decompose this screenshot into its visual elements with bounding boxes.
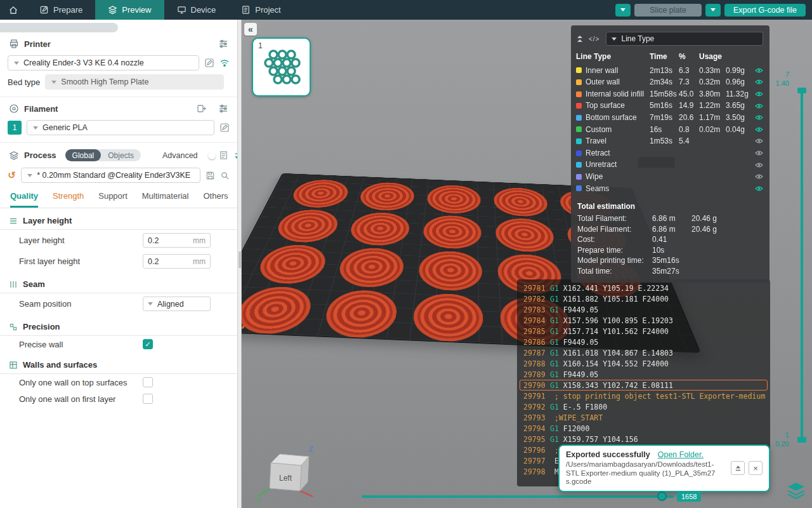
legend-row[interactable]: Seams xyxy=(571,183,769,195)
gcode-line[interactable]: 29785 G1 X157.714 Y101.562 F24000 xyxy=(520,326,768,337)
gcode-line[interactable]: 29793 ;WIPE_START xyxy=(520,412,768,423)
orientation-gizmo[interactable]: Left Y Z xyxy=(254,441,318,507)
legend-row[interactable]: Travel 1m53s 5.4 xyxy=(571,135,769,147)
search-preset-icon[interactable] xyxy=(220,171,230,180)
precise-wall-checkbox[interactable] xyxy=(143,339,153,349)
collapse-panel-icon[interactable] xyxy=(577,36,582,42)
visibility-eye-icon[interactable] xyxy=(755,150,764,156)
tab-multimaterial[interactable]: Multimaterial xyxy=(142,191,189,208)
wall-option-checkbox[interactable] xyxy=(143,394,153,404)
seam-position-dropdown[interactable]: Aligned xyxy=(143,297,211,311)
slice-dropdown-button[interactable] xyxy=(615,4,631,17)
visibility-eye-icon[interactable] xyxy=(755,67,764,74)
gcode-line[interactable]: 29786 G1 F9449.05 xyxy=(520,337,768,347)
legend-row[interactable]: Outer wall 2m34s 7.3 0.32m 0.96g xyxy=(571,76,769,88)
total-label: Prepare time: xyxy=(577,245,652,256)
chevron-down-icon xyxy=(51,81,56,84)
tab-others[interactable]: Others xyxy=(203,191,228,208)
wifi-icon[interactable] xyxy=(219,58,230,67)
gcode-line[interactable]: 29789 G1 F9449.05 xyxy=(520,369,768,380)
legend-row[interactable]: Internal solid infill 15m58s 45.0 3.80m … xyxy=(571,88,769,100)
legend-row[interactable]: Top surface 5m16s 14.9 1.22m 3.65g xyxy=(571,100,769,112)
gcode-line[interactable]: 29795 G1 X159.757 Y104.156 xyxy=(520,434,768,444)
open-folder-link[interactable]: Open Folder. xyxy=(658,450,704,459)
gcode-line[interactable]: 29781 G1 X162.441 Y105.19 E.22234 xyxy=(520,283,768,293)
tab-project[interactable]: Project xyxy=(228,0,293,20)
lay er-slider-upper-handle[interactable] xyxy=(797,88,806,93)
tab-support[interactable]: Support xyxy=(98,191,128,208)
gcode-view-icon[interactable]: </> xyxy=(589,36,599,43)
wall-option-checkbox[interactable] xyxy=(143,377,153,387)
segment-objects[interactable]: Objects xyxy=(101,151,141,160)
save-preset-icon[interactable] xyxy=(206,171,215,180)
visibility-eye-icon[interactable] xyxy=(755,79,764,85)
tab-device[interactable]: Device xyxy=(164,0,229,20)
tab-prepare[interactable]: Prepare xyxy=(27,0,95,20)
printer-preset-dropdown[interactable]: Creality Ender-3 V3 KE 0.4 nozzle xyxy=(8,55,199,70)
process-list-icon[interactable] xyxy=(219,150,228,160)
reset-preset-icon[interactable]: ↺ xyxy=(8,170,16,181)
view-mode-dropdown[interactable]: Line Type xyxy=(606,32,763,46)
edit-printer-icon[interactable] xyxy=(204,58,214,68)
move-slider-track[interactable] xyxy=(362,495,674,498)
divider-handle[interactable] xyxy=(239,251,241,268)
visibility-eye-icon[interactable] xyxy=(755,185,764,192)
gcode-line[interactable]: 29783 G1 F9449.05 xyxy=(520,304,768,315)
legend-row[interactable]: Custom 16s 0.8 0.02m 0.04g xyxy=(571,124,769,136)
export-dropdown-button[interactable] xyxy=(705,4,721,17)
bed-type-dropdown[interactable]: Smooth High Temp Plate xyxy=(45,74,224,90)
tab-preview[interactable]: Preview xyxy=(95,0,164,20)
wall-option-label: Only one wall on first layer xyxy=(19,394,143,404)
layer-slider-lower-handle[interactable] xyxy=(797,437,806,443)
gcode-line[interactable]: 29782 G1 X161.882 Y105.181 F24000 xyxy=(520,293,768,304)
legend-row[interactable]: Retract xyxy=(571,147,769,159)
line-type-label: Unretract xyxy=(586,159,617,171)
edit-filament-icon[interactable] xyxy=(219,123,230,133)
viewport-canvas[interactable]: creality 1 « </> Line Type Line Type xyxy=(242,20,812,508)
tab-strength[interactable]: Strength xyxy=(53,191,84,208)
gcode-line[interactable]: 29788 G1 X160.154 Y104.552 F24000 xyxy=(520,358,768,369)
legend-row[interactable]: Inner wall 2m13s 6.3 0.33m 0.99g xyxy=(571,65,769,77)
process-section: Process Global Objects Advanced ↺ * 0.20… xyxy=(0,142,237,208)
visibility-eye-icon[interactable] xyxy=(755,103,764,109)
plate-thumbnail[interactable]: 1 xyxy=(252,37,311,97)
axis-x-line xyxy=(300,491,313,497)
legend-row[interactable]: Wipe xyxy=(571,171,769,183)
tab-quality[interactable]: Quality xyxy=(10,191,38,208)
gcode-line[interactable]: 29787 G1 X161.018 Y104.867 E.14803 xyxy=(520,347,768,358)
visibility-eye-icon[interactable] xyxy=(755,173,764,180)
layer-slider-track[interactable] xyxy=(801,92,803,441)
layers-panel-toggle[interactable] xyxy=(786,481,806,504)
legend-row[interactable]: Bottom surface 7m19s 20.6 1.17m 3.50g xyxy=(571,112,769,124)
collapse-sidebar-button[interactable]: « xyxy=(244,23,257,36)
visibility-eye-icon[interactable] xyxy=(755,162,764,168)
gcode-line[interactable]: 29792 G1 E-.5 F1800 xyxy=(520,401,768,412)
gcode-line[interactable]: 29784 G1 X157.596 Y100.895 E.19203 xyxy=(520,315,768,326)
export-gcode-button[interactable]: Export G-code file xyxy=(724,4,806,17)
segment-global[interactable]: Global xyxy=(65,149,102,161)
line-type-swatch xyxy=(576,162,582,168)
filament-preset-dropdown[interactable]: Generic PLA xyxy=(27,120,214,135)
close-toast-button[interactable]: × xyxy=(749,461,763,475)
first-layer-height-input[interactable] xyxy=(148,257,190,266)
printer-settings-icon[interactable] xyxy=(218,39,228,49)
home-button[interactable] xyxy=(0,0,27,20)
gcode-line[interactable]: 29794 G1 F12000 xyxy=(520,423,768,434)
gcode-line[interactable]: 29791 ; stop printing object test1-STL E… xyxy=(520,391,768,401)
visibility-eye-icon[interactable] xyxy=(755,138,764,144)
filament-settings-icon[interactable] xyxy=(218,104,228,114)
visibility-eye-icon[interactable] xyxy=(755,126,764,133)
process-preset-dropdown[interactable]: * 0.20mm Standard @Creality Ender3V3KE xyxy=(21,168,200,183)
move-slider-handle[interactable] xyxy=(657,491,667,501)
eject-icon xyxy=(734,464,742,472)
add-filament-icon[interactable] xyxy=(197,104,207,114)
layer-height-input[interactable] xyxy=(148,236,190,245)
visibility-eye-icon[interactable] xyxy=(755,91,764,97)
slice-plate-button[interactable]: Slice plate xyxy=(634,4,702,17)
eject-button[interactable] xyxy=(731,461,745,475)
legend-row[interactable]: Unretract xyxy=(571,159,769,171)
gcode-line[interactable]: 29790 G1 X158.343 Y102.742 E.08111 xyxy=(520,380,768,391)
sidebar-resize-divider[interactable] xyxy=(237,20,242,508)
visibility-eye-icon[interactable] xyxy=(755,114,764,121)
filament-slot-badge[interactable]: 1 xyxy=(8,121,22,135)
